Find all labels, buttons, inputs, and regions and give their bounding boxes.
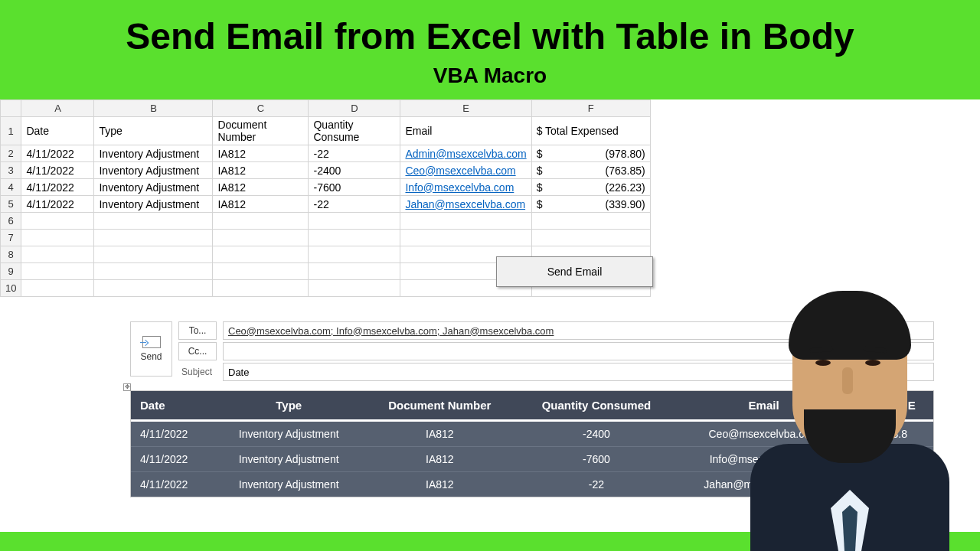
row-header-10[interactable]: 10: [1, 280, 21, 297]
cell[interactable]: Inventory Adjustment: [94, 145, 213, 162]
cell[interactable]: [213, 213, 309, 230]
cell[interactable]: Jahan@msexcelvba.com: [400, 196, 531, 213]
cell[interactable]: Info@msexcelvba.com: [400, 179, 531, 196]
cell[interactable]: [94, 246, 213, 263]
cell[interactable]: 4/11/2022: [21, 162, 94, 179]
cell[interactable]: IA812: [213, 162, 309, 179]
cell[interactable]: IA812: [213, 196, 309, 213]
cell[interactable]: [309, 263, 400, 280]
cell[interactable]: -7600: [309, 179, 400, 196]
th-qty: Quantity Consumed: [516, 391, 677, 421]
cell[interactable]: Date: [21, 117, 94, 145]
cell[interactable]: [21, 213, 94, 230]
email-link[interactable]: Admin@msexcelvba.com: [405, 148, 526, 160]
cell[interactable]: [21, 280, 94, 297]
cell[interactable]: -22: [309, 196, 400, 213]
email-link[interactable]: Info@msexcelvba.com: [405, 181, 514, 194]
th-doc: Document Number: [364, 391, 516, 421]
send-button[interactable]: Send: [130, 321, 172, 377]
col-header-a[interactable]: A: [21, 100, 94, 117]
cell[interactable]: [400, 213, 531, 230]
email-link[interactable]: Jahan@msexcelvba.com: [405, 198, 525, 210]
row-header-4[interactable]: 4: [1, 179, 21, 196]
row-header-3[interactable]: 3: [1, 162, 21, 179]
cell[interactable]: [400, 230, 531, 246]
cell[interactable]: Admin@msexcelvba.com: [400, 145, 531, 162]
cell[interactable]: [94, 230, 213, 246]
subtitle: VBA Macro: [0, 64, 980, 88]
cell[interactable]: Quantity Consume: [309, 117, 400, 145]
cell[interactable]: [94, 263, 213, 280]
cell[interactable]: [309, 230, 400, 246]
cell[interactable]: [21, 246, 94, 263]
cell[interactable]: [213, 246, 309, 263]
cell[interactable]: [213, 263, 309, 280]
main-title: Send Email from Excel with Table in Body: [0, 15, 980, 57]
send-icon: [142, 336, 161, 348]
cell[interactable]: -2400: [309, 162, 400, 179]
col-header-d[interactable]: D: [309, 100, 400, 117]
row-header-5[interactable]: 5: [1, 196, 21, 213]
cell[interactable]: [21, 230, 94, 246]
row-header-8[interactable]: 8: [1, 246, 21, 263]
excel-worksheet[interactable]: A B C D E F 1 Date Type Document Number …: [0, 99, 980, 297]
send-email-macro-button[interactable]: Send Email: [496, 256, 653, 287]
cell[interactable]: 4/11/2022: [21, 179, 94, 196]
select-all-corner[interactable]: [1, 100, 21, 117]
cell[interactable]: IA812: [213, 145, 309, 162]
subject-label: Subject: [178, 367, 217, 377]
row-header-1[interactable]: 1: [1, 117, 21, 145]
cell[interactable]: IA812: [213, 179, 309, 196]
row-header-9[interactable]: 9: [1, 263, 21, 280]
cell[interactable]: 4/11/2022: [21, 196, 94, 213]
title-banner: Send Email from Excel with Table in Body…: [0, 0, 980, 99]
cell[interactable]: $ Total Expensed: [531, 117, 650, 145]
row-header-6[interactable]: 6: [1, 213, 21, 230]
cell[interactable]: [21, 263, 94, 280]
col-header-c[interactable]: C: [213, 100, 309, 117]
cell[interactable]: $(763.85): [531, 162, 650, 179]
col-header-f[interactable]: F: [531, 100, 650, 117]
presenter-avatar: [743, 276, 957, 551]
th-date: Date: [131, 391, 214, 421]
cell[interactable]: [309, 213, 400, 230]
to-button[interactable]: To...: [178, 321, 217, 340]
row-header-2[interactable]: 2: [1, 145, 21, 162]
cell[interactable]: $(978.80): [531, 145, 650, 162]
table-move-handle[interactable]: ✥: [123, 383, 131, 391]
cell[interactable]: [531, 213, 650, 230]
col-header-e[interactable]: E: [400, 100, 531, 117]
cell[interactable]: [309, 246, 400, 263]
cell[interactable]: $(226.23): [531, 179, 650, 196]
cc-button[interactable]: Cc...: [178, 342, 217, 360]
email-link[interactable]: Ceo@msexcelvba.com: [405, 165, 515, 177]
cell[interactable]: $(339.90): [531, 196, 650, 213]
cell[interactable]: [531, 230, 650, 246]
cell[interactable]: Type: [94, 117, 213, 145]
cell[interactable]: -22: [309, 145, 400, 162]
cell[interactable]: [94, 280, 213, 297]
cell[interactable]: [213, 230, 309, 246]
cell[interactable]: Ceo@msexcelvba.com: [400, 162, 531, 179]
col-header-b[interactable]: B: [94, 100, 213, 117]
cell[interactable]: Inventory Adjustment: [94, 162, 213, 179]
th-type: Type: [214, 391, 364, 421]
cell[interactable]: Inventory Adjustment: [94, 179, 213, 196]
cell[interactable]: [213, 280, 309, 297]
cell[interactable]: Email: [400, 117, 531, 145]
cell[interactable]: [309, 280, 400, 297]
cell[interactable]: 4/11/2022: [21, 145, 94, 162]
cell[interactable]: Document Number: [213, 117, 309, 145]
send-label: Send: [140, 351, 162, 362]
cell[interactable]: [94, 213, 213, 230]
cell[interactable]: Inventory Adjustment: [94, 196, 213, 213]
row-header-7[interactable]: 7: [1, 230, 21, 246]
